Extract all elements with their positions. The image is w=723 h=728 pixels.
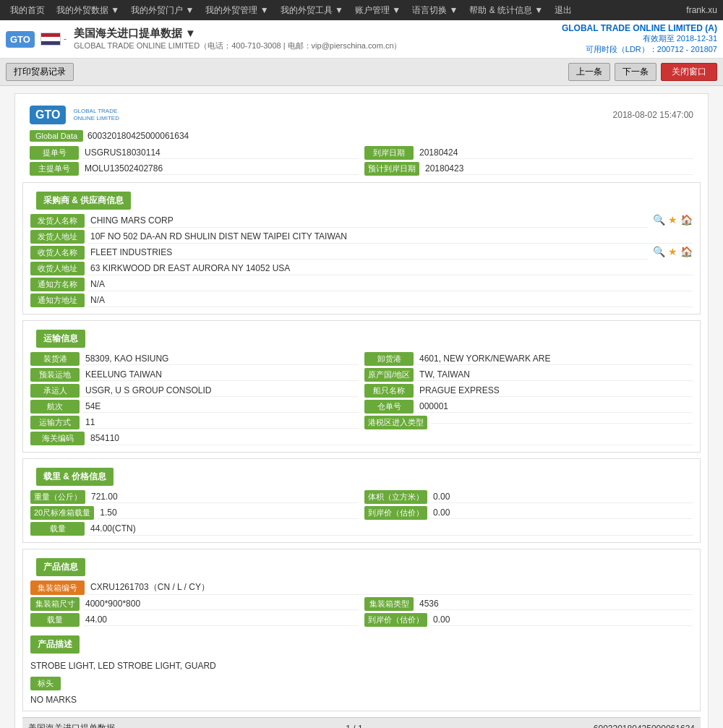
- ldr-info: 可用时段（LDR）：200712 - 201807: [562, 44, 717, 55]
- procurement-header: 采购商 & 供应商信息: [36, 192, 131, 210]
- pagination: 1 / 1: [346, 724, 362, 729]
- search-icon-2[interactable]: 🔍: [653, 246, 665, 260]
- xiehuo-label: 卸货港: [364, 352, 414, 366]
- tidan-row: 提单号 USGRUS18030114 到岸日期 20180424: [30, 146, 693, 160]
- yunshuf-half: 运输方式 11: [30, 416, 359, 429]
- yuandi-value: TW, TAIWAN: [417, 369, 693, 381]
- cangdan-value: 000001: [417, 401, 693, 413]
- product-daoan-half: 到岸价（估价） 0.00: [364, 613, 693, 627]
- hangci-value: 54E: [83, 401, 359, 413]
- cangdan-half: 仓单号 000001: [364, 400, 693, 414]
- cargo-inner: 载里 & 价格信息 重量（公斤） 721.00 体积（立方米） 0.00 20尺…: [23, 459, 700, 542]
- zhuanghuo-label: 装货港: [30, 352, 80, 366]
- zhuti-label: 主提单号: [30, 162, 79, 176]
- cargo-header: 载里 & 价格信息: [36, 468, 114, 486]
- action-bar-left: 打印贸易记录: [6, 63, 74, 81]
- title-area: 美国海关进口提单数据 ▼ GLOBAL TRADE ONLINE LIMITED…: [74, 27, 555, 51]
- zhuanghuo-row: 装货港 58309, KAO HSIUNG 卸货港 4601, NEW YORK…: [30, 352, 693, 366]
- daoan-value: 0.00: [431, 507, 693, 519]
- yudin-label: 预装运地: [30, 368, 80, 382]
- tiji-value: 0.00: [431, 491, 693, 503]
- doc-inner: GTO GLOBAL TRADE ONLINE LIMITED 2018-08-…: [22, 101, 701, 182]
- gto-logo: GTO: [6, 31, 35, 48]
- zhongliang-row: 重量（公斤） 721.00 体积（立方米） 0.00: [30, 490, 693, 504]
- yunshuf-row: 运输方式 11 港税区进入类型: [30, 416, 693, 429]
- product-inner: 产品信息 集装箱编号 CXRU1261703（CN / L / CY） 集装箱尺…: [23, 549, 700, 711]
- yuji-label: 预计到岸日期: [364, 162, 419, 176]
- jizhuang-label: 集装箱编号: [30, 581, 85, 595]
- daoan-half: 到岸价（估价） 0.00: [364, 506, 693, 520]
- shouhuo-di-label: 收货人地址: [30, 262, 85, 275]
- jizhuang-lei-label: 集装箱类型: [364, 597, 414, 611]
- tidan-half: 提单号 USGRUS18030114: [30, 146, 359, 160]
- nav-account[interactable]: 账户管理 ▼: [351, 4, 405, 17]
- jizhuang-lei-value: 4536: [417, 598, 693, 610]
- yuji-value: 20180423: [423, 163, 693, 175]
- top-nav: 我的首页 我的外贸数据 ▼ 我的外贸门户 ▼ 我的外贸管理 ▼ 我的外贸工具 ▼…: [0, 0, 723, 20]
- doc-id-footer: 600320180425000061634: [594, 724, 695, 729]
- haiguan-row: 海关编码 854110: [30, 432, 693, 445]
- page-footer-bar: 美国海关进口提单数据 1 / 1 600320180425000061634: [22, 717, 701, 728]
- nav-logout[interactable]: 退出: [550, 4, 576, 17]
- nav-tools[interactable]: 我的外贸工具 ▼: [276, 4, 348, 17]
- chengyun-value: USGR, U S GROUP CONSOLID: [83, 385, 359, 397]
- nav-home[interactable]: 我的首页: [6, 4, 49, 17]
- nav-language[interactable]: 语言切换 ▼: [408, 4, 462, 17]
- zhuanghuo-value: 58309, KAO HSIUNG: [83, 353, 359, 365]
- tongzhi-di-value: N/A: [88, 294, 693, 307]
- company-line: GLOBAL TRADE ONLINE LIMITED（电话：400-710-3…: [74, 40, 555, 51]
- search-icon-1[interactable]: 🔍: [653, 214, 665, 228]
- doc-logo: GTO GLOBAL TRADE ONLINE LIMITED: [30, 106, 119, 124]
- cargo-zaili-value: 44.00(CTN): [88, 522, 693, 536]
- doc-card: GTO GLOBAL TRADE ONLINE LIMITED 2018-08-…: [14, 93, 709, 728]
- nav-manage[interactable]: 我的外贸管理 ▼: [201, 4, 273, 17]
- chuanming-half: 船只名称 PRAGUE EXPRESS: [364, 384, 693, 398]
- gangqu-value: [431, 421, 693, 424]
- nav-user: frank.xu: [686, 5, 717, 15]
- product-daoan-value: 0.00: [431, 614, 693, 626]
- cargo-zaili-label: 载量: [30, 522, 85, 536]
- star-icon-1[interactable]: ★: [668, 214, 677, 228]
- close-button-top[interactable]: 关闭窗口: [661, 63, 717, 81]
- valid-until: 有效期至 2018-12-31: [562, 33, 717, 44]
- top-company: GLOBAL TRADE ONLINE LIMITED (A): [562, 23, 717, 33]
- product-section: 产品信息 集装箱编号 CXRU1261703（CN / L / CY） 集装箱尺…: [22, 549, 701, 711]
- tidan-label: 提单号: [30, 146, 79, 160]
- jizhuang-lei-half: 集装箱类型 4536: [364, 597, 693, 611]
- haiguan-value: 854110: [88, 432, 693, 445]
- home-icon-1[interactable]: 🏠: [680, 214, 693, 228]
- fahuo-di-value: 10F NO 502 DA-AN RD SHULIN DIST NEW TAIP…: [88, 230, 693, 244]
- nav-help[interactable]: 帮助 & 统计信息 ▼: [465, 4, 547, 17]
- nav-data[interactable]: 我的外贸数据 ▼: [52, 4, 124, 17]
- jizhuang-chi-label: 集装箱尺寸: [30, 597, 80, 611]
- home-icon-2[interactable]: 🏠: [680, 246, 693, 260]
- hangci-label: 航次: [30, 400, 80, 414]
- nav-portal[interactable]: 我的外贸门户 ▼: [127, 4, 198, 17]
- flag-area: -: [40, 33, 67, 46]
- next-button[interactable]: 下一条: [615, 63, 656, 81]
- xiehuo-half: 卸货港 4601, NEW YORK/NEWARK ARE: [364, 352, 693, 366]
- xiehuo-value: 4601, NEW YORK/NEWARK ARE: [417, 353, 693, 365]
- product-daoan-label: 到岸价（估价）: [364, 613, 427, 627]
- action-bar-top: 打印贸易记录 上一条 下一条 关闭窗口: [0, 59, 723, 86]
- yuji-half: 预计到岸日期 20180423: [364, 162, 693, 176]
- fahuo-ren-label: 发货人名称: [30, 214, 85, 228]
- fahuo-di-label: 发货人地址: [30, 230, 85, 244]
- tongzhi-ren-value: N/A: [88, 278, 693, 291]
- shouhuo-ren-icons: 🔍 ★ 🏠: [653, 246, 693, 260]
- daoan-label: 到岸价（估价）: [364, 506, 427, 520]
- daogang-value: 20180424: [417, 147, 693, 159]
- hangci-row: 航次 54E 仓单号 000001: [30, 400, 693, 414]
- product-zaili-value: 44.00: [83, 614, 359, 626]
- jizhuang-chi-half: 集装箱尺寸 4000*900*800: [30, 597, 359, 611]
- yudin-value: KEELUNG TAIWAN: [83, 369, 359, 381]
- page-title: 美国海关进口提单数据 ▼: [74, 27, 555, 40]
- transport-inner: 运输信息 装货港 58309, KAO HSIUNG 卸货港 4601, NEW…: [23, 321, 700, 452]
- print-button[interactable]: 打印贸易记录: [6, 63, 74, 81]
- star-icon-2[interactable]: ★: [668, 246, 677, 260]
- prev-button[interactable]: 上一条: [568, 63, 610, 81]
- tiji-half: 体积（立方米） 0.00: [364, 490, 693, 504]
- tongzhi-ren-row: 通知方名称 N/A: [30, 278, 693, 291]
- erc-half: 20尺标准箱载量 1.50: [30, 506, 359, 520]
- tongzhi-di-label: 通知方地址: [30, 294, 85, 307]
